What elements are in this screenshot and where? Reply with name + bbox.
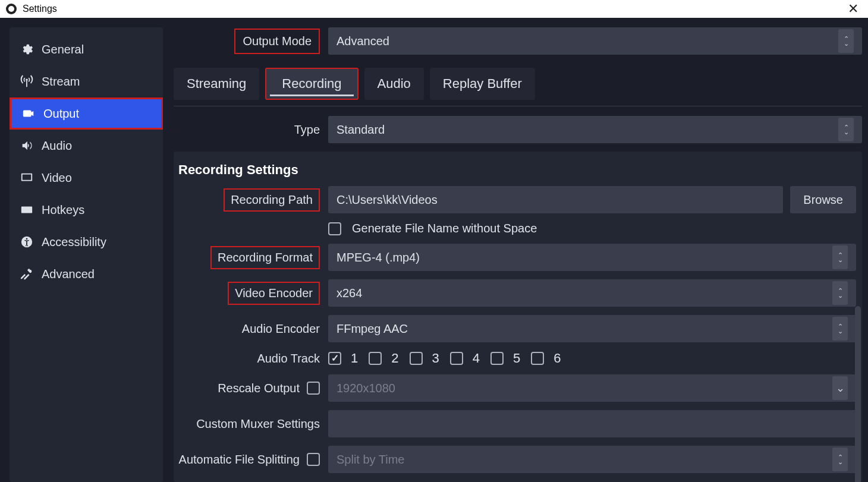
muxer-label: Custom Muxer Settings bbox=[196, 417, 320, 430]
sidebar-item-accessibility[interactable]: Accessibility bbox=[10, 226, 163, 258]
split-select[interactable]: Split by Time bbox=[328, 446, 856, 473]
recording-path-input[interactable]: C:\Users\kk\Videos bbox=[328, 186, 783, 213]
rescale-output-select[interactable]: 1920x1080 bbox=[328, 374, 856, 402]
dropdown-spinner-icon bbox=[832, 317, 848, 341]
window-title: Settings bbox=[23, 4, 57, 14]
recording-path-label: Recording Path bbox=[224, 188, 320, 212]
sidebar-item-audio[interactable]: Audio bbox=[10, 130, 163, 162]
track-num: 6 bbox=[553, 351, 561, 366]
close-icon[interactable]: ✕ bbox=[844, 2, 862, 15]
checkbox-icon bbox=[410, 352, 423, 365]
output-tabs: Streaming Recording Audio Replay Buffer bbox=[174, 68, 862, 100]
sidebar: General Stream Output Audio Video Hotkey… bbox=[10, 27, 163, 482]
video-encoder-row: Video Encoder x264 bbox=[174, 279, 856, 307]
checkbox-icon bbox=[490, 352, 504, 365]
speaker-icon bbox=[20, 139, 33, 152]
recording-path-value: C:\Users\kk\Videos bbox=[336, 193, 438, 207]
audio-track-2[interactable]: 2 bbox=[369, 351, 398, 366]
dropdown-spinner-icon bbox=[838, 118, 854, 141]
sidebar-item-stream[interactable]: Stream bbox=[10, 65, 163, 97]
sidebar-item-label: Hotkeys bbox=[42, 203, 84, 217]
tab-label: Streaming bbox=[187, 76, 246, 92]
tab-recording[interactable]: Recording bbox=[265, 68, 358, 100]
audio-encoder-label: Audio Encoder bbox=[242, 322, 320, 335]
sidebar-item-label: Output bbox=[43, 107, 79, 121]
track-num: 4 bbox=[473, 351, 480, 366]
audio-encoder-select[interactable]: FFmpeg AAC bbox=[328, 315, 856, 342]
sidebar-item-advanced[interactable]: Advanced bbox=[10, 258, 163, 290]
type-label: Type bbox=[294, 123, 320, 136]
audio-track-6[interactable]: 6 bbox=[531, 351, 561, 366]
audio-encoder-value: FFmpeg AAC bbox=[336, 322, 408, 336]
muxer-input[interactable] bbox=[328, 410, 856, 437]
gen-filename-row: Generate File Name without Space bbox=[174, 222, 856, 235]
rescale-checkbox[interactable] bbox=[307, 382, 320, 395]
accessibility-icon bbox=[20, 235, 33, 248]
split-label: Automatic File Splitting bbox=[179, 453, 300, 467]
type-select[interactable]: Standard bbox=[328, 116, 862, 143]
tab-replay-buffer[interactable]: Replay Buffer bbox=[430, 68, 535, 100]
sidebar-item-label: Advanced bbox=[42, 267, 95, 281]
audio-track-4[interactable]: 4 bbox=[450, 351, 480, 366]
app-body: General Stream Output Audio Video Hotkey… bbox=[0, 18, 868, 482]
tab-label: Replay Buffer bbox=[443, 76, 522, 92]
video-encoder-value: x264 bbox=[336, 286, 362, 300]
output-mode-select[interactable]: Advanced bbox=[328, 27, 862, 55]
sidebar-item-label: Stream bbox=[42, 75, 80, 89]
recording-format-select[interactable]: MPEG-4 (.mp4) bbox=[328, 244, 856, 271]
app-logo-icon bbox=[6, 4, 17, 14]
audio-track-row: Audio Track 1 2 3 4 5 6 bbox=[174, 351, 856, 366]
tab-label: Recording bbox=[282, 76, 341, 92]
rescale-output-value: 1920x1080 bbox=[336, 382, 395, 395]
checkbox-icon bbox=[328, 222, 341, 235]
content-area: Output Mode Advanced Streaming Recording… bbox=[174, 27, 862, 482]
track-num: 2 bbox=[391, 351, 398, 366]
type-row: Type Standard bbox=[174, 116, 862, 143]
split-checkbox[interactable] bbox=[307, 453, 320, 466]
rescale-output-row: Rescale Output 1920x1080 bbox=[174, 374, 856, 402]
audio-track-5[interactable]: 5 bbox=[490, 351, 520, 366]
dropdown-spinner-icon bbox=[832, 448, 848, 471]
split-value: Split by Time bbox=[336, 453, 404, 467]
keyboard-icon bbox=[20, 203, 33, 216]
browse-button[interactable]: Browse bbox=[790, 186, 856, 213]
checkbox-icon bbox=[369, 352, 382, 365]
checkbox-icon bbox=[328, 352, 341, 365]
sidebar-item-label: General bbox=[42, 43, 84, 56]
audio-track-label: Audio Track bbox=[257, 352, 320, 365]
dropdown-spinner-icon bbox=[832, 245, 848, 269]
checkbox-icon bbox=[450, 352, 463, 365]
tab-label: Audio bbox=[378, 76, 411, 92]
split-row: Automatic File Splitting Split by Time bbox=[174, 446, 856, 473]
scrollbar-thumb[interactable] bbox=[855, 306, 861, 482]
output-mode-value: Advanced bbox=[336, 34, 389, 48]
sidebar-item-general[interactable]: General bbox=[10, 33, 163, 65]
gen-filename-checkbox[interactable]: Generate File Name without Space bbox=[328, 222, 856, 235]
recording-path-row: Recording Path C:\Users\kk\Videos Browse bbox=[174, 186, 856, 213]
sidebar-item-label: Video bbox=[42, 171, 72, 185]
output-mode-label: Output Mode bbox=[234, 29, 320, 54]
video-encoder-select[interactable]: x264 bbox=[328, 279, 856, 307]
recording-format-label: Recording Format bbox=[210, 246, 320, 269]
sidebar-item-label: Accessibility bbox=[42, 235, 106, 249]
track-num: 3 bbox=[432, 351, 439, 366]
audio-track-3[interactable]: 3 bbox=[410, 351, 439, 366]
output-mode-row: Output Mode Advanced bbox=[174, 27, 862, 55]
recording-settings-title: Recording Settings bbox=[178, 162, 856, 178]
sidebar-item-hotkeys[interactable]: Hotkeys bbox=[10, 194, 163, 226]
sidebar-item-label: Audio bbox=[42, 139, 72, 153]
sidebar-item-output[interactable]: Output bbox=[10, 97, 163, 130]
track-num: 1 bbox=[351, 351, 358, 366]
audio-track-1[interactable]: 1 bbox=[328, 351, 358, 366]
dropdown-spinner-icon bbox=[838, 29, 854, 53]
tabs-divider bbox=[174, 106, 862, 106]
audio-encoder-row: Audio Encoder FFmpeg AAC bbox=[174, 315, 856, 342]
chevron-down-icon bbox=[832, 376, 848, 400]
camera-icon bbox=[22, 107, 35, 120]
tab-streaming[interactable]: Streaming bbox=[174, 68, 259, 100]
sidebar-item-video[interactable]: Video bbox=[10, 162, 163, 194]
recording-format-row: Recording Format MPEG-4 (.mp4) bbox=[174, 244, 856, 271]
tab-audio[interactable]: Audio bbox=[364, 68, 424, 100]
checkbox-icon bbox=[531, 352, 544, 365]
dropdown-spinner-icon bbox=[832, 281, 848, 305]
